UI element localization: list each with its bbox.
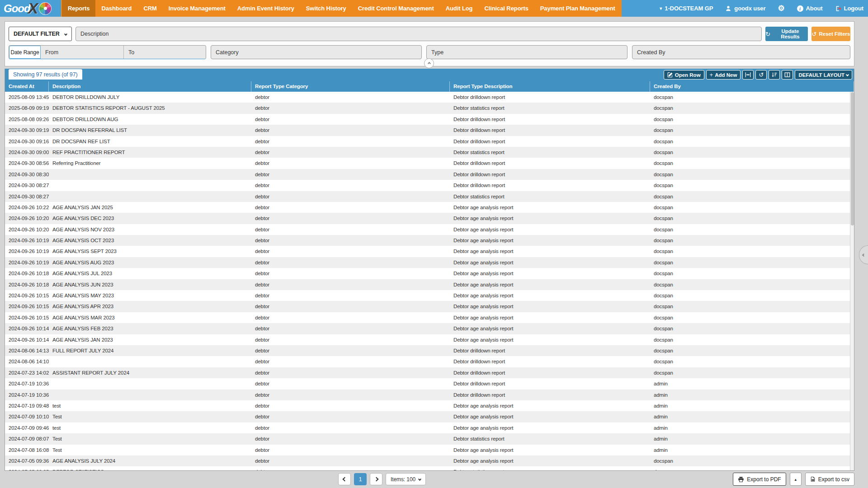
table-row[interactable]: 2024-07-05 09:05:48DEBTOR STATISTICSdebt… [5,466,854,470]
created-by-filter-input[interactable] [632,45,850,59]
table-row[interactable]: 2024-09-26 10:18:29AGE ANALYSIS JUN 2023… [5,279,854,290]
nav-item-clinical-reports[interactable]: Clinical Reports [478,0,534,17]
table-row[interactable]: 2024-07-08 16:08:48TestdebtorDebtor age … [5,445,854,455]
cell-created-by: admin [650,445,854,455]
table-row[interactable]: 2025-08-09 09:19:24DEBTOR STATISTICS REP… [5,103,854,113]
table-row[interactable]: 2024-09-30 08:27:43debtorDebtor drilldow… [5,180,854,191]
nav-item-switch-history[interactable]: Switch History [300,0,352,17]
table-row[interactable]: 2025-08-08 09:26:39DEBTOR DRILLDOWN AUGd… [5,114,854,125]
description-filter-input[interactable] [75,27,762,41]
cell-description: Test [49,433,251,444]
cell-created-at: 2024-09-30 08:30:51 [5,169,49,180]
table-row[interactable]: 2024-07-19 09:48:56testdebtorDebtor age … [5,400,854,411]
update-results-button[interactable]: ↻ Update Results [765,27,808,41]
cell-report-type-description: Debtor statistics report [450,103,650,113]
category-filter-input[interactable] [211,45,422,59]
table-row[interactable]: 2024-09-26 10:15:41AGE ANALYSIS APR 2023… [5,301,854,312]
caret-up-icon: ▴ [794,477,797,482]
cell-report-type-description: Debtor age analysis report [450,323,650,334]
nav-item-crm[interactable]: CRM [137,0,162,17]
add-new-button[interactable]: + Add New [706,70,741,80]
collapse-filters-button[interactable] [424,58,434,68]
table-row[interactable]: 2024-09-26 10:18:47AGE ANALYSIS JUL 2023… [5,268,854,279]
export-pdf-button[interactable]: Export to PDF [733,473,786,486]
side-panel-expander[interactable] [859,245,868,264]
table-row[interactable]: 2024-09-26 10:20:25AGE ANALYSIS DEC 2023… [5,213,854,224]
update-results-label: Update Results [773,28,808,39]
goodx-logo[interactable]: GoodX [0,0,61,17]
current-page-button[interactable]: 1 [354,473,367,485]
nav-item-reports[interactable]: Reports [62,0,95,17]
column-header-created-by[interactable]: Created By [650,81,854,92]
column-header-report-type-category[interactable]: Report Type Category [251,81,450,92]
cell-created-at: 2024-09-26 10:15:58 [5,290,49,301]
nav-item-credit-control-management[interactable]: Credit Control Management [352,0,440,17]
column-header-created-at[interactable]: Created At [5,81,49,92]
table-row[interactable]: 2024-09-26 10:19:38AGE ANALYSIS SEPT 202… [5,246,854,257]
table-row[interactable]: 2024-09-26 10:15:10AGE ANALYSIS MAR 2023… [5,312,854,323]
previous-page-button[interactable] [338,473,351,485]
scrollbar-thumb[interactable] [851,92,854,225]
table-row[interactable]: 2024-09-26 10:20:11AGE ANALYSIS NOV 2023… [5,224,854,235]
columns-button[interactable] [782,70,793,80]
date-to-input[interactable] [124,46,206,59]
nav-item-admin-event-history[interactable]: Admin Event History [231,0,300,17]
settings-button[interactable]: ⚙ [778,5,784,12]
table-row[interactable]: 2024-09-26 10:14:43AGE ANALYSIS FEB 2023… [5,323,854,334]
cell-report-type-description: Debtor age analysis report [450,334,650,345]
cell-report-type-description: Debtor drilldown report [450,136,650,147]
export-csv-button[interactable]: Export to csv [805,473,854,486]
table-row[interactable]: 2024-09-30 08:56:10Referring Practitione… [5,158,854,169]
cell-report-type-description: Debtor drilldown report [450,92,650,103]
filter-preset-select[interactable]: DEFAULT FILTER [9,27,72,41]
chevron-down-icon [846,73,849,76]
nav-item-invoice-management[interactable]: Invoice Management [163,0,231,17]
layout-select-button[interactable]: DEFAULT LAYOUT [795,70,852,80]
cell-report-type-category: debtor [251,191,450,202]
table-row[interactable]: 2024-07-09 08:07:30TestdebtorDebtor stat… [5,433,854,444]
cell-report-type-description: Debtor age analysis report [450,246,650,257]
nav-item-audit-log[interactable]: Audit Log [440,0,479,17]
table-row[interactable]: 2024-07-09 10:10:50TestdebtorDebtor age … [5,411,854,422]
table-row[interactable]: 2024-08-06 14:10:23debtorDebtor drilldow… [5,356,854,367]
open-row-button[interactable]: Open Row [664,70,704,80]
table-row[interactable]: 2024-09-26 10:19:57AGE ANALYSIS OCT 2023… [5,235,854,246]
column-header-report-type-description[interactable]: Report Type Description [450,81,650,92]
table-row[interactable]: 2024-07-09 09:46:04testdebtorDebtor age … [5,422,854,433]
table-row[interactable]: 2024-09-30 09:16:29DR DOCSPAN REF LISTde… [5,136,854,147]
table-row[interactable]: 2024-09-26 10:14:13AGE ANALYSIS JAN 2023… [5,334,854,345]
sort-button[interactable] [769,70,780,80]
nav-item-dashboard[interactable]: Dashboard [95,0,137,17]
reset-layout-button[interactable]: ↺ [755,70,767,80]
logout-button[interactable]: Logout [835,5,863,12]
autosize-columns-button[interactable] [742,70,754,80]
cell-created-by: docspan [650,202,854,213]
cell-created-at: 2024-07-09 10:10:50 [5,411,49,422]
table-row[interactable]: 2024-09-30 09:19:24DR DOCSPAN REFERRAL L… [5,125,854,136]
date-from-input[interactable] [41,46,124,59]
type-filter-input[interactable] [426,45,627,59]
user-menu[interactable]: goodx user [725,5,765,12]
table-row[interactable]: 2024-07-19 10:36:04debtorDebtor drilldow… [5,389,854,400]
nav-item-payment-plan-management[interactable]: Payment Plan Management [534,0,621,17]
table-row[interactable]: 2024-08-06 14:13:00FULL REPORT JULY 2024… [5,345,854,356]
table-row[interactable]: 2024-09-26 10:15:58AGE ANALYSIS MAY 2023… [5,290,854,301]
table-row[interactable]: 2024-09-26 10:22:00AGE ANALYSIS JAN 2025… [5,202,854,213]
table-row[interactable]: 2024-07-23 14:02:46ASSISTANT REPORT JULY… [5,367,854,378]
table-row[interactable]: 2024-09-30 09:00:30REF PRACTITIONER REPO… [5,147,854,158]
table-row[interactable]: 2024-09-26 10:19:20AGE ANALYSIS AUG 2023… [5,257,854,268]
column-header-description[interactable]: Description [49,81,251,92]
practice-selector[interactable]: ▾ 1-DOCSTEAM GP [660,5,713,12]
cell-description: DR DOCSPAN REFERRAL LIST [49,125,251,136]
table-row[interactable]: 2024-07-05 09:36:54AGE ANALYSIS JULY 202… [5,455,854,466]
next-page-button[interactable] [370,473,382,485]
cell-created-at: 2025-08-09 13:45:16 [5,92,49,103]
about-button[interactable]: i About [797,5,823,12]
table-row[interactable]: 2025-08-09 13:45:16DEBTOR DRILLDOWN JULY… [5,92,854,103]
items-per-page-select[interactable]: Items: 100 [386,473,426,485]
table-row[interactable]: 2024-09-30 08:27:33debtorDebtor statisti… [5,191,854,202]
table-row[interactable]: 2024-07-19 10:36:37debtorDebtor drilldow… [5,378,854,389]
table-row[interactable]: 2024-09-30 08:30:51debtorDebtor drilldow… [5,169,854,180]
export-pdf-options-button[interactable]: ▴ [790,473,802,486]
reset-filters-button[interactable]: ↺ Reset Filters [811,27,850,41]
